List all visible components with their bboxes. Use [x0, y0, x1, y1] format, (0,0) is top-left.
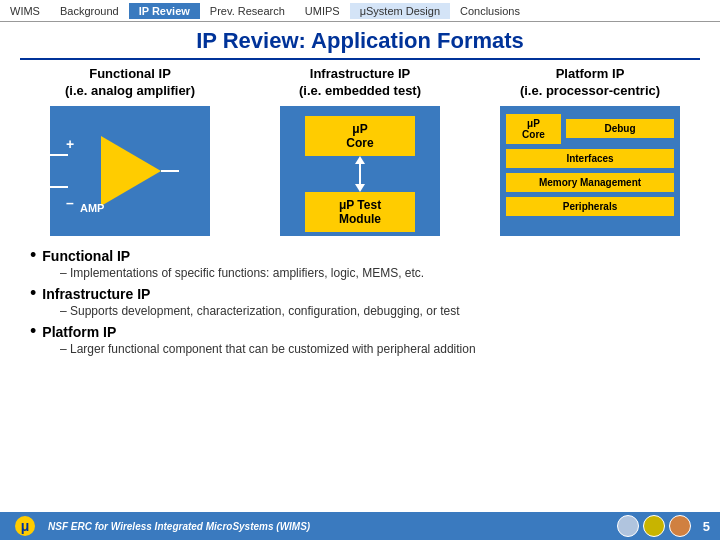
bullet-dot-3: •: [30, 322, 36, 340]
platform-debug-block: Debug: [566, 119, 674, 138]
bullet-platform-main: • Platform IP: [30, 322, 690, 340]
bullet-infra-main: • Infrastructure IP: [30, 284, 690, 302]
platform-top-row: μP Core Debug: [506, 114, 674, 144]
footer-institution-logos: [617, 515, 691, 537]
infrastructure-ip-column: Infrastructure IP (i.e. embedded test) μ…: [250, 66, 470, 236]
input-line-bottom: [50, 186, 68, 188]
plus-label: +: [66, 136, 74, 152]
amp-label: AMP: [80, 202, 104, 214]
platform-ip-title: Platform IP (i.e. processor-centric): [520, 66, 660, 100]
footer-text: NSF ERC for Wireless Integrated MicroSys…: [48, 521, 609, 532]
double-arrow: [355, 156, 365, 192]
platform-ip-diagram: μP Core Debug Interfaces Memory Manageme…: [500, 106, 680, 236]
platform-memory-block: Memory Management: [506, 173, 674, 192]
platform-core-block: μP Core: [506, 114, 561, 144]
bullet-dot-1: •: [30, 246, 36, 264]
nav-ip-review[interactable]: IP Review: [129, 3, 200, 19]
amp-triangle: [101, 136, 161, 206]
footer-logo-3: [669, 515, 691, 537]
platform-ip-column: Platform IP (i.e. processor-centric) μP …: [480, 66, 700, 236]
output-line: [161, 170, 179, 172]
bullet-platform-sub: Larger functional component that can be …: [30, 342, 690, 356]
infrastructure-ip-diagram: μP Core μP Test Module: [280, 106, 440, 236]
infra-core-block: μP Core: [305, 116, 415, 156]
nav-system-design[interactable]: μSystem Design: [350, 3, 450, 19]
nav-background[interactable]: Background: [50, 3, 129, 19]
platform-peripherals-block: Peripherals: [506, 197, 674, 216]
svg-text:μ: μ: [21, 518, 30, 534]
main-content: IP Review: Application Formats Functiona…: [0, 22, 720, 364]
footer: μ NSF ERC for Wireless Integrated MicroS…: [0, 512, 720, 540]
bullet-functional-label: Functional IP: [42, 248, 130, 264]
bullet-platform-label: Platform IP: [42, 324, 116, 340]
minus-label: –: [66, 195, 74, 211]
infra-test-block: μP Test Module: [305, 192, 415, 232]
footer-logo-2: [643, 515, 665, 537]
arrow-line-bottom: [359, 174, 361, 184]
page-number: 5: [703, 519, 710, 534]
nav-prev-research[interactable]: Prev. Research: [200, 3, 295, 19]
bullets-section: • Functional IP Implementations of speci…: [20, 246, 700, 356]
nav-bar: WIMS Background IP Review Prev. Research…: [0, 0, 720, 22]
infrastructure-ip-title: Infrastructure IP (i.e. embedded test): [299, 66, 421, 100]
arrow-down: [355, 184, 365, 192]
bullet-infra-label: Infrastructure IP: [42, 286, 150, 302]
platform-interfaces-block: Interfaces: [506, 149, 674, 168]
input-line-top: [50, 154, 68, 156]
arrow-up: [355, 156, 365, 164]
columns-wrapper: Functional IP (i.e. analog amplifier) + …: [20, 66, 700, 236]
functional-ip-column: Functional IP (i.e. analog amplifier) + …: [20, 66, 240, 236]
nav-conclusions[interactable]: Conclusions: [450, 3, 530, 19]
nav-wims[interactable]: WIMS: [0, 3, 50, 19]
bullet-dot-2: •: [30, 284, 36, 302]
nav-umips[interactable]: UMIPS: [295, 3, 350, 19]
functional-ip-title: Functional IP (i.e. analog amplifier): [65, 66, 195, 100]
footer-logo-1: [617, 515, 639, 537]
functional-ip-diagram: + – AMP: [50, 106, 210, 236]
page-title: IP Review: Application Formats: [20, 28, 700, 60]
bullet-functional-main: • Functional IP: [30, 246, 690, 264]
bullet-functional-sub: Implementations of specific functions: a…: [30, 266, 690, 280]
bullet-infra-sub: Supports development, characterization, …: [30, 304, 690, 318]
footer-logo: μ: [10, 515, 40, 537]
arrow-line-top: [359, 164, 361, 174]
